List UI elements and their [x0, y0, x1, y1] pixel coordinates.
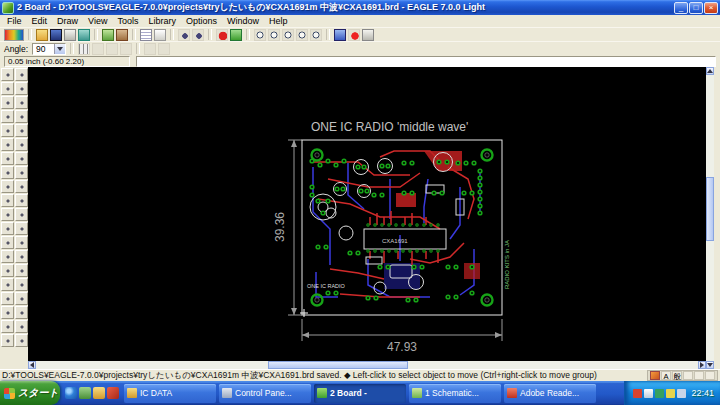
go-button[interactable]: [230, 29, 242, 41]
tool-ripup-icon[interactable]: [15, 236, 28, 249]
horizontal-scrollbar[interactable]: [28, 361, 706, 369]
stop-button[interactable]: [216, 29, 228, 41]
tool-pinswap-icon[interactable]: [1, 166, 14, 179]
redo-button[interactable]: [192, 29, 204, 41]
tool-mirror-icon[interactable]: [1, 110, 14, 123]
run-ulp-button[interactable]: [154, 29, 166, 41]
tool-arc-icon[interactable]: [15, 264, 28, 277]
tool-add-icon[interactable]: [15, 152, 28, 165]
dim-width-label[interactable]: 47.93: [387, 340, 417, 354]
dimension-type-button[interactable]: [158, 43, 170, 55]
board-title-text[interactable]: ONE IC RADIO 'middle wave': [311, 120, 468, 134]
tool-smash-icon[interactable]: [1, 208, 14, 221]
mirror-button[interactable]: [92, 43, 104, 55]
wire-bend-style-button[interactable]: [144, 43, 156, 55]
menu-help[interactable]: Help: [264, 16, 293, 26]
tool-attribute-icon[interactable]: [15, 306, 28, 319]
silk-board-name[interactable]: ONE IC RADIO: [307, 283, 346, 289]
tool-name-icon[interactable]: [1, 194, 14, 207]
tool-paste-icon[interactable]: [15, 138, 28, 151]
print-button[interactable]: [64, 29, 76, 41]
tool-wire-icon[interactable]: [1, 250, 14, 263]
menu-tools[interactable]: Tools: [112, 16, 143, 26]
dim-height-label[interactable]: 39.36: [273, 212, 287, 242]
drc-errors-button[interactable]: [348, 29, 360, 41]
tool-hole-icon[interactable]: [1, 306, 14, 319]
pcb-canvas[interactable]: ONE IC RADIO 'middle wave' 39.36 47.93: [28, 67, 706, 361]
task-ic-data[interactable]: IC DATA: [124, 384, 216, 403]
menu-options[interactable]: Options: [181, 16, 222, 26]
tool-errors-icon[interactable]: [15, 334, 28, 347]
scroll-up-button[interactable]: [706, 67, 714, 75]
horizontal-scroll-thumb[interactable]: [268, 361, 408, 369]
ime-conversion-mode[interactable]: 般: [672, 371, 682, 380]
ime-pen-icon[interactable]: [650, 371, 660, 380]
tool-miter-icon[interactable]: [15, 208, 28, 221]
ime-minimize-button[interactable]: [705, 371, 715, 380]
menu-edit[interactable]: Edit: [27, 16, 53, 26]
menu-library[interactable]: Library: [143, 16, 181, 26]
dimension-width[interactable]: [302, 319, 502, 341]
menu-file[interactable]: File: [2, 16, 27, 26]
angle-dropdown-button[interactable]: [54, 44, 65, 54]
quicklaunch-desktop-icon[interactable]: [79, 387, 91, 399]
quicklaunch-media-icon[interactable]: [107, 387, 119, 399]
tray-icon-1[interactable]: [633, 389, 642, 398]
tool-optimize-icon[interactable]: [15, 222, 28, 235]
vertical-scroll-thumb[interactable]: [706, 177, 714, 241]
tool-ratsnest-icon[interactable]: [1, 320, 14, 333]
tray-icon-4[interactable]: [666, 389, 675, 398]
tool-move-icon[interactable]: [1, 96, 14, 109]
rotate-ccw-button[interactable]: [106, 43, 118, 55]
ime-input-mode[interactable]: A: [661, 371, 671, 380]
tool-auto-icon[interactable]: [15, 320, 28, 333]
zoom-select-button[interactable]: [310, 29, 322, 41]
silk-right-label[interactable]: RADIO KITS in JA: [504, 240, 510, 289]
scroll-down-button[interactable]: [706, 361, 714, 369]
tool-value-icon[interactable]: [15, 194, 28, 207]
tool-show-icon[interactable]: [15, 68, 28, 81]
cam-processor-button[interactable]: [78, 29, 90, 41]
tool-rotate-icon[interactable]: [15, 110, 28, 123]
quicklaunch-browser-icon[interactable]: [65, 387, 77, 399]
task-control-panel[interactable]: Control Pane...: [219, 384, 311, 403]
maximize-button[interactable]: □: [689, 2, 703, 14]
minimize-button[interactable]: _: [674, 2, 688, 14]
tool-split-icon[interactable]: [1, 222, 14, 235]
tool-group-icon[interactable]: [1, 124, 14, 137]
tool-drc-icon[interactable]: [1, 334, 14, 347]
task-schematic[interactable]: 1 Schematic...: [409, 384, 501, 403]
tool-lock-icon[interactable]: [1, 180, 14, 193]
tool-copy-icon[interactable]: [15, 96, 28, 109]
tray-icon-2[interactable]: [644, 389, 653, 398]
scroll-right-button[interactable]: [698, 361, 706, 369]
start-button[interactable]: スタート: [0, 381, 60, 405]
save-button[interactable]: [50, 29, 62, 41]
tool-info-icon[interactable]: [1, 68, 14, 81]
tool-route-icon[interactable]: [1, 236, 14, 249]
zoom-fit-button[interactable]: [254, 29, 266, 41]
ime-tools-button[interactable]: [683, 371, 693, 380]
zoom-out-button[interactable]: [282, 29, 294, 41]
close-button[interactable]: ×: [704, 2, 718, 14]
silk-ic-label[interactable]: CXA1691: [382, 238, 408, 244]
scroll-left-button[interactable]: [28, 361, 36, 369]
tool-delete-icon[interactable]: [1, 152, 14, 165]
tool-via-icon[interactable]: [1, 292, 14, 305]
info-button[interactable]: [334, 29, 346, 41]
rotate-cw-button[interactable]: [120, 43, 132, 55]
zoom-redraw-button[interactable]: [296, 29, 308, 41]
task-board-active[interactable]: 2 Board -: [314, 384, 406, 403]
tool-replace-icon[interactable]: [15, 166, 28, 179]
command-input[interactable]: [136, 56, 716, 67]
tool-rect-icon[interactable]: [1, 278, 14, 291]
tool-text-icon[interactable]: [15, 250, 28, 263]
tool-cut-icon[interactable]: [1, 138, 14, 151]
tool-display-icon[interactable]: [1, 82, 14, 95]
tray-icon-5[interactable]: [677, 389, 686, 398]
open-button[interactable]: [36, 29, 48, 41]
task-adobe-reader[interactable]: Adobe Reade...: [504, 384, 596, 403]
script-button[interactable]: [140, 29, 152, 41]
zoom-in-button[interactable]: [268, 29, 280, 41]
title-bar[interactable]: 2 Board - D:¥TOOLS¥EAGLE-7.0.0¥projects¥…: [0, 0, 720, 15]
